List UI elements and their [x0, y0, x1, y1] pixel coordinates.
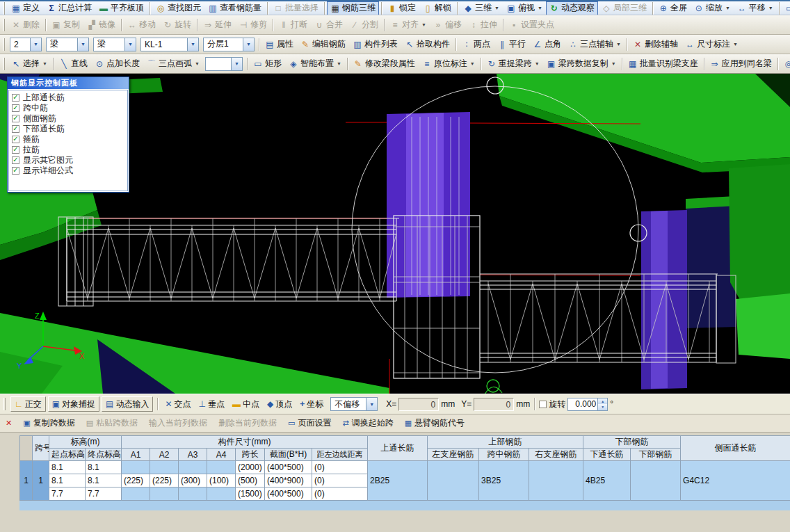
view-3d-button[interactable]: ◆三维▼ — [460, 1, 503, 15]
cell-start-elev[interactable]: 8.1 — [49, 461, 86, 474]
copy-button[interactable]: ▣复制 — [48, 18, 83, 32]
panel-item-show-detail-formula[interactable]: ✓显示详细公式 — [12, 166, 124, 175]
cell-a4[interactable]: (100) — [207, 474, 236, 487]
rotate-angle-field[interactable]: 0.000▲▼ — [567, 398, 608, 411]
color-combo[interactable]: ▼ — [205, 57, 243, 71]
line-button[interactable]: ╲直线 — [56, 57, 91, 71]
toolbar-grip[interactable] — [3, 38, 5, 51]
x-coordinate-field[interactable]: 0 — [398, 398, 439, 411]
swap-start-span-button[interactable]: ⇄调换起始跨 — [342, 417, 393, 429]
cell-bottom-rebar[interactable] — [631, 461, 681, 501]
full-screen-button[interactable]: ⊕全屏 — [655, 1, 691, 15]
cell-side-through[interactable]: G4C12 — [681, 461, 790, 501]
toolbar-grip[interactable] — [3, 19, 5, 31]
cell-end-elev[interactable]: 7.7 — [86, 487, 122, 501]
close-span-editor-icon[interactable]: ✕ — [6, 419, 12, 428]
stretch-button[interactable]: ↕拉伸 — [465, 18, 501, 32]
orbit-button[interactable]: ↻动态观察 — [546, 1, 598, 15]
properties-button[interactable]: ▤属性 — [261, 38, 297, 51]
panel-item-tie-rebar[interactable]: ✓拉筋 — [12, 145, 124, 154]
in-situ-label-button[interactable]: ≡原位标注▼ — [419, 57, 478, 71]
category-combo[interactable]: 梁▼ — [46, 38, 89, 51]
mirror-button[interactable]: ▞镜像 — [83, 18, 119, 32]
rebar-3d-button[interactable]: ▦钢筋三维 — [327, 1, 379, 15]
delete-button[interactable]: ✕删除 — [8, 18, 43, 32]
vertex-snap[interactable]: ◆顶点 — [264, 396, 295, 412]
panel-item-stirrup[interactable]: ✓箍筋 — [12, 134, 124, 144]
panel-item-top-through-rebar[interactable]: ✓上部通长筋 — [12, 92, 124, 102]
point-angle-axis-button[interactable]: ∠点角 — [529, 38, 565, 51]
offset-combo[interactable]: 不偏移▼ — [330, 397, 378, 411]
cell-a3[interactable]: (300) — [179, 474, 207, 487]
element-name-combo[interactable]: KL-1▼ — [140, 38, 199, 51]
break-button[interactable]: ‖打断 — [275, 18, 311, 32]
batch-identify-support-button[interactable]: ▦批量识别梁支座 — [624, 57, 702, 71]
panel-item-side-rebar[interactable]: ✓侧面钢筋 — [12, 113, 124, 123]
three-point-axis-button[interactable]: ∴三点辅轴▼ — [565, 38, 624, 51]
pick-component-button[interactable]: ↖拾取构件 — [401, 38, 453, 51]
parallel-axis-button[interactable]: ∥平行 — [494, 38, 529, 51]
summary-calc-button[interactable]: Σ汇总计算 — [43, 1, 95, 15]
cell-a1[interactable]: (225) — [122, 474, 150, 487]
rotate-checkbox[interactable] — [539, 401, 547, 408]
cell-section[interactable]: (400*500) — [265, 461, 312, 474]
cell-a2[interactable]: (225) — [150, 474, 179, 487]
panel-title[interactable]: 钢筋显示控制面板 — [8, 77, 129, 89]
copy-span-data-button[interactable]: ▣复制跨数据 — [23, 417, 74, 429]
component-list-button[interactable]: ▥构件列表 — [349, 38, 401, 51]
cell-start-elev[interactable]: 7.7 — [49, 487, 86, 501]
apply-same-name-button[interactable]: ⇒应用到同名梁 — [707, 57, 775, 71]
cell-left-dist[interactable]: (0) — [312, 487, 368, 501]
panel-item-show-other-elements[interactable]: ✓显示其它图元 — [12, 155, 124, 165]
point-length-button[interactable]: ⊙点加长度 — [91, 57, 143, 71]
split-button[interactable]: ∕分割 — [346, 18, 382, 32]
cell-span-len[interactable]: (500) — [236, 474, 265, 487]
move-button[interactable]: ↔移动 — [124, 18, 159, 32]
toolbar-grip[interactable] — [3, 398, 6, 410]
dynamic-input-toggle[interactable]: ▤动态输入 — [102, 396, 153, 412]
cell-a3[interactable] — [179, 461, 207, 474]
top-view-button[interactable]: ▣俯视▼ — [503, 1, 546, 15]
cell-start-elev[interactable]: 8.1 — [49, 474, 86, 487]
offset-button[interactable]: »偏移 — [430, 18, 465, 32]
dimension-button[interactable]: ↔尺寸标注▼ — [682, 38, 741, 51]
toolbar-grip[interactable] — [3, 2, 5, 15]
check-support-button[interactable]: ◎查 — [780, 57, 790, 71]
cell-left-support[interactable] — [428, 461, 479, 501]
spinner[interactable]: ▲▼ — [597, 398, 607, 410]
paste-span-data-button[interactable]: ▤粘贴跨数据 — [86, 417, 138, 429]
perpendicular-snap[interactable]: ⊥垂点 — [196, 396, 227, 412]
unlock-button[interactable]: ▯解锁 — [419, 1, 455, 15]
edit-rebar-button[interactable]: ✎编辑钢筋 — [297, 38, 349, 51]
local-3d-button[interactable]: ◇局部三维 — [598, 1, 650, 15]
set-grip-button[interactable]: ▪设置夹点 — [506, 18, 558, 32]
cell-a2[interactable] — [150, 487, 179, 501]
extend-button[interactable]: ⇒延伸 — [200, 18, 235, 32]
ortho-toggle[interactable]: ∟正交 — [10, 396, 46, 412]
coordinate-snap[interactable]: +坐标 — [297, 396, 326, 412]
cell-bottom-through[interactable]: 4B25 — [583, 461, 631, 501]
cell-a4[interactable] — [207, 461, 236, 474]
cell-end-elev[interactable]: 8.1 — [86, 474, 122, 487]
modify-beam-segment-button[interactable]: ✎修改梁段属性 — [350, 57, 419, 71]
cell-span-no[interactable]: 1 — [33, 461, 49, 501]
rotate-button[interactable]: ↻旋转 — [159, 18, 195, 32]
layer-combo[interactable]: 分层1▼ — [203, 38, 255, 51]
cell-span-len[interactable]: (1500) — [236, 487, 265, 501]
lock-button[interactable]: ▮锁定 — [384, 1, 419, 15]
rectangle-button[interactable]: ▭矩形 — [250, 57, 285, 71]
pan-button[interactable]: ↔平移▼ — [734, 1, 777, 15]
delete-column-data-button[interactable]: 删除当前列数据 — [218, 417, 277, 429]
find-element-button[interactable]: ◎查找图元 — [152, 1, 204, 15]
page-setup-button[interactable]: ▭页面设置 — [288, 417, 331, 429]
define-button[interactable]: ▦定义 — [8, 1, 43, 15]
viewport-3d[interactable]: Z X Y 钢筋显示控制面板 ✓上部通长筋 ✓跨中筋 ✓侧面钢筋 ✓下部通长筋 … — [0, 74, 790, 394]
cell-a1[interactable] — [122, 461, 150, 474]
rebar-display-panel[interactable]: 钢筋显示控制面板 ✓上部通长筋 ✓跨中筋 ✓侧面钢筋 ✓下部通长筋 ✓箍筋 ✓拉… — [7, 76, 129, 193]
floor-combo[interactable]: 2▼ — [10, 38, 42, 51]
cell-span-len[interactable]: (2000) — [236, 461, 265, 474]
cell-a2[interactable] — [150, 461, 179, 474]
merge-button[interactable]: ∪合并 — [311, 18, 346, 32]
cell-left-dist[interactable]: (0) — [312, 461, 368, 474]
cell-section[interactable]: (400*500) — [265, 487, 312, 501]
